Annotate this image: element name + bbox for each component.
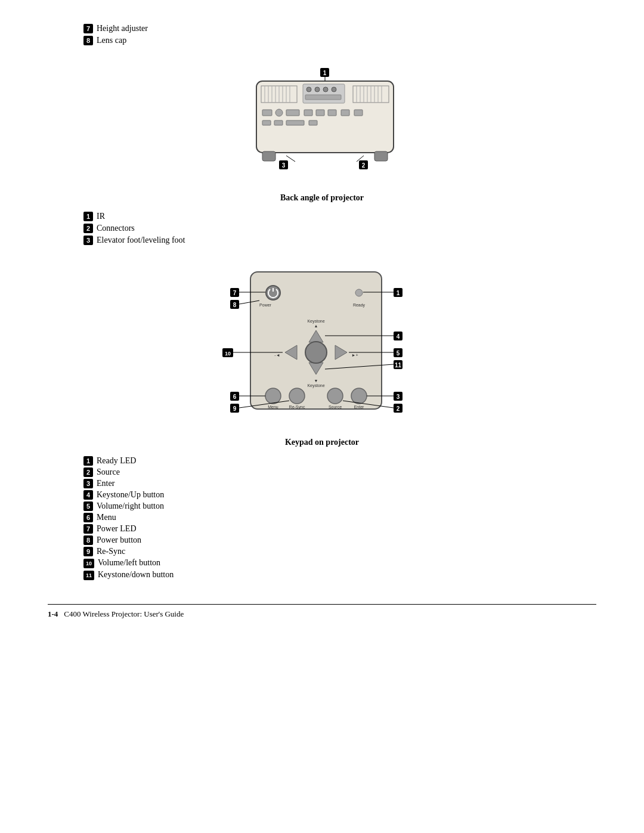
top-list: 7 Height adjuster 8 Lens cap	[48, 24, 596, 45]
svg-point-59	[305, 342, 327, 363]
footer-page-num: 1-4	[48, 609, 58, 619]
svg-point-21	[315, 87, 320, 92]
kp-item-3-text: Enter	[97, 479, 114, 488]
back-item-1-text: IR	[97, 212, 105, 221]
svg-rect-32	[354, 110, 363, 116]
svg-text:7: 7	[233, 290, 237, 296]
keypad-labels-list: 1 Ready LED 2 Source 3 Enter 4 Keystone/…	[83, 456, 596, 580]
svg-rect-31	[341, 110, 349, 116]
svg-text:4: 4	[397, 333, 400, 340]
svg-text:11: 11	[395, 362, 402, 368]
kp-badge-5: 5	[83, 501, 93, 511]
kp-list-item-5: 5 Volume/right button	[83, 501, 596, 511]
svg-text:Source: Source	[329, 405, 342, 409]
svg-text:6: 6	[233, 394, 237, 400]
kp-list-item-3: 3 Enter	[83, 479, 596, 488]
kp-list-item-6: 6 Menu	[83, 513, 596, 522]
back-projector-figure: 1 3 2 Back angle of projector	[48, 63, 596, 203]
keypad-figure: Power Ready Keystone ▲ ▼ Keystone -◄ ►+	[48, 260, 596, 447]
keypad-diagram: Power Ready Keystone ▲ ▼ Keystone -◄ ►+	[185, 260, 459, 433]
svg-point-51	[355, 289, 363, 296]
badge-2: 2	[83, 224, 93, 233]
kp-list-item-1: 1 Ready LED	[83, 456, 596, 466]
kp-list-item-9: 9 Re-Sync	[83, 547, 596, 556]
svg-rect-33	[262, 120, 271, 125]
svg-text:1: 1	[397, 290, 400, 296]
badge-8: 8	[83, 36, 93, 45]
keypad-caption: Keypad on projector	[285, 438, 359, 447]
svg-text:3: 3	[282, 162, 286, 169]
kp-badge-9: 9	[83, 547, 93, 556]
svg-text:Enter: Enter	[354, 405, 364, 409]
svg-rect-24	[305, 95, 341, 100]
kp-badge-3: 3	[83, 479, 93, 488]
svg-point-22	[323, 87, 328, 92]
svg-rect-35	[286, 120, 304, 125]
kp-item-5-text: Volume/right button	[97, 501, 164, 511]
kp-badge-10: 10	[83, 559, 94, 568]
svg-text:-◄: -◄	[274, 353, 280, 357]
svg-rect-36	[309, 120, 317, 125]
svg-text:2: 2	[397, 405, 400, 412]
back-labels-list: 1 IR 2 Connectors 3 Elevator foot/leveli…	[83, 212, 596, 245]
svg-text:►+: ►+	[351, 353, 358, 357]
back-item-2-text: Connectors	[97, 224, 135, 233]
svg-rect-25	[262, 110, 272, 116]
svg-text:Menu: Menu	[268, 405, 278, 409]
kp-item-10-text: Volume/left button	[98, 558, 160, 568]
svg-point-64	[265, 388, 281, 404]
back-angle-caption: Back angle of projector	[280, 193, 364, 203]
kp-list-item-7: 7 Power LED	[83, 524, 596, 534]
back-list-item-3: 3 Elevator foot/leveling foot	[83, 236, 596, 245]
kp-list-item-8: 8 Power button	[83, 535, 596, 545]
svg-text:8: 8	[233, 302, 237, 308]
svg-point-67	[351, 388, 367, 404]
kp-item-7-text: Power LED	[97, 524, 137, 534]
kp-item-1-text: Ready LED	[97, 456, 136, 466]
svg-rect-29	[316, 110, 324, 116]
svg-text:▲: ▲	[314, 324, 318, 328]
kp-list-item-2: 2 Source	[83, 467, 596, 477]
svg-point-23	[332, 87, 336, 92]
svg-text:1: 1	[323, 70, 327, 76]
svg-text:Keystone: Keystone	[307, 319, 324, 324]
kp-list-item-4: 4 Keystone/Up button	[83, 490, 596, 500]
svg-rect-28	[304, 110, 312, 116]
svg-text:9: 9	[233, 405, 237, 412]
svg-text:Keystone: Keystone	[307, 383, 324, 388]
back-list-item-1: 1 IR	[83, 212, 596, 221]
kp-badge-2: 2	[83, 467, 93, 477]
svg-text:5: 5	[397, 350, 400, 357]
svg-text:Power: Power	[259, 303, 272, 307]
svg-text:▼: ▼	[314, 379, 318, 383]
kp-item-4-text: Keystone/Up button	[97, 490, 164, 500]
kp-badge-6: 6	[83, 513, 93, 522]
kp-badge-4: 4	[83, 490, 93, 500]
kp-item-2-text: Source	[97, 467, 120, 477]
back-projector-diagram: 1 3 2	[203, 63, 441, 188]
svg-point-20	[306, 87, 311, 92]
kp-list-item-10: 10 Volume/left button	[83, 558, 596, 568]
kp-badge-7: 7	[83, 524, 93, 534]
footer-title: C400 Wireless Projector: User's Guide	[64, 609, 184, 619]
svg-text:3: 3	[397, 394, 400, 400]
svg-rect-27	[286, 110, 299, 116]
svg-rect-34	[274, 120, 283, 125]
kp-badge-8: 8	[83, 535, 93, 545]
list-item-7: 7 Height adjuster	[83, 24, 596, 33]
back-item-3-text: Elevator foot/leveling foot	[97, 236, 185, 245]
svg-rect-37	[262, 151, 275, 161]
kp-item-6-text: Menu	[97, 513, 116, 522]
badge-7: 7	[83, 24, 93, 33]
kp-item-11-text: Keystone/down button	[98, 570, 174, 580]
badge-3: 3	[83, 236, 93, 245]
svg-rect-38	[374, 151, 388, 161]
badge-1: 1	[83, 212, 93, 221]
svg-text:Ready: Ready	[353, 303, 366, 308]
svg-point-66	[327, 388, 343, 404]
svg-text:Re-Sync: Re-Sync	[289, 405, 305, 410]
kp-item-8-text: Power button	[97, 535, 141, 545]
kp-list-item-11: 11 Keystone/down button	[83, 570, 596, 580]
kp-item-9-text: Re-Sync	[97, 547, 125, 556]
item-8-text: Lens cap	[97, 36, 126, 45]
